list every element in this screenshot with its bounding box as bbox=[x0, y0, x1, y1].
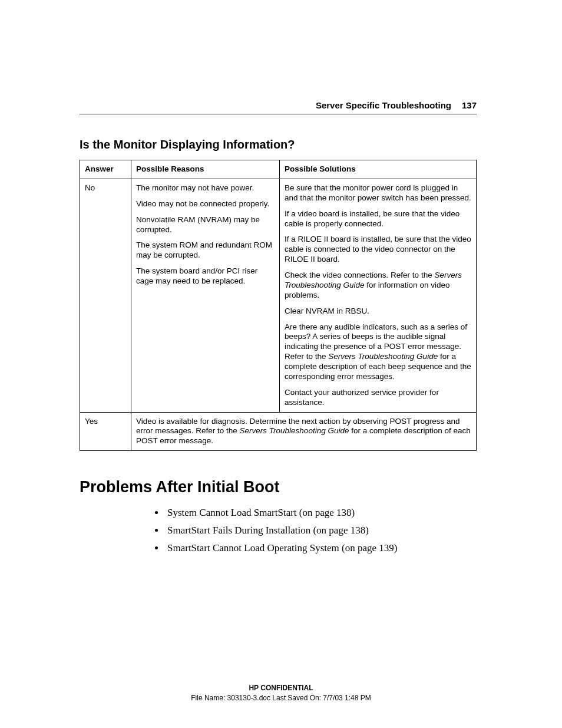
table-row: No The monitor may not have power. Video… bbox=[80, 179, 477, 412]
th-reasons: Possible Reasons bbox=[131, 160, 280, 179]
solution-text: Clear NVRAM in RBSU. bbox=[285, 307, 471, 317]
troubleshoot-table: Answer Possible Reasons Possible Solutio… bbox=[80, 160, 477, 451]
cell-reasons-no: The monitor may not have power. Video ma… bbox=[131, 179, 280, 412]
table-row: Yes Video is available for diagnosis. De… bbox=[80, 412, 477, 451]
footer-confidential: HP CONFIDENTIAL bbox=[0, 683, 562, 693]
header-section: Server Specific Troubleshooting bbox=[316, 100, 451, 110]
reason-text: The monitor may not have power. bbox=[136, 183, 275, 193]
solution-text: Are there any audible indicators, such a… bbox=[285, 322, 471, 382]
th-solutions: Possible Solutions bbox=[280, 160, 477, 179]
list-item: SmartStart Fails During Installation (on… bbox=[165, 525, 477, 536]
cell-solutions-no: Be sure that the monitor power cord is p… bbox=[280, 179, 477, 412]
reason-text: The system ROM and redundant ROM may be … bbox=[136, 241, 275, 261]
running-header: Server Specific Troubleshooting137 bbox=[80, 100, 477, 114]
cell-answer-no: No bbox=[80, 179, 131, 412]
list-item: System Cannot Load SmartStart (on page 1… bbox=[165, 507, 477, 519]
section-title-problems-after-boot: Problems After Initial Boot bbox=[80, 478, 477, 496]
page-footer: HP CONFIDENTIAL File Name: 303130-3.doc … bbox=[0, 683, 562, 703]
reason-text: Nonvolatile RAM (NVRAM) may be corrupted… bbox=[136, 215, 275, 235]
cell-yes-merged: Video is available for diagnosis. Determ… bbox=[131, 412, 477, 451]
solution-text: Be sure that the monitor power cord is p… bbox=[285, 183, 471, 203]
problems-list: System Cannot Load SmartStart (on page 1… bbox=[165, 507, 477, 554]
footer-fileinfo: File Name: 303130-3.doc Last Saved On: 7… bbox=[0, 693, 562, 703]
solution-text: If a video board is installed, be sure t… bbox=[285, 209, 471, 229]
cell-answer-yes: Yes bbox=[80, 412, 131, 451]
solution-text: Check the video connections. Refer to th… bbox=[285, 271, 471, 301]
solution-text: If a RILOE II board is installed, be sur… bbox=[285, 235, 471, 265]
list-item: SmartStart Cannot Load Operating System … bbox=[165, 542, 477, 554]
reason-text: The system board and/or PCI riser cage m… bbox=[136, 266, 275, 286]
solution-text: Contact your authorized service provider… bbox=[285, 388, 471, 408]
reason-text: Video may not be connected properly. bbox=[136, 199, 275, 209]
page-number: 137 bbox=[462, 100, 477, 110]
th-answer: Answer bbox=[80, 160, 131, 179]
section-title-monitor: Is the Monitor Displaying Information? bbox=[80, 138, 477, 151]
